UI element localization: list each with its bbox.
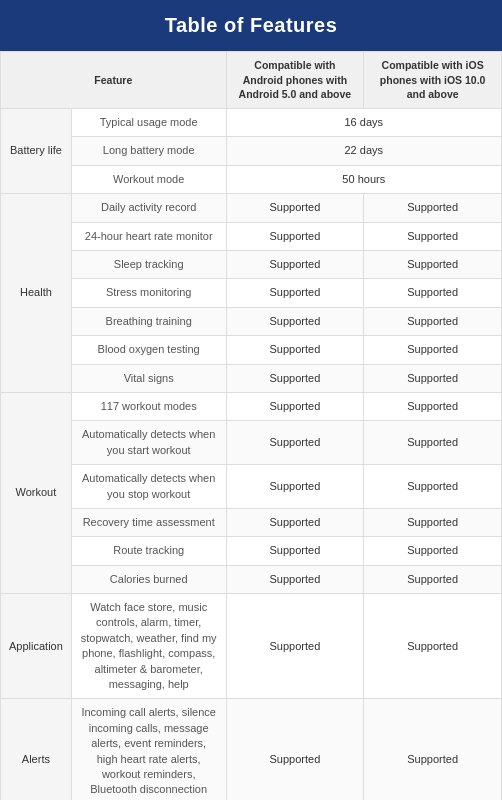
- feature-sub-cell: Recovery time assessment: [71, 508, 226, 536]
- table-row: Automatically detects when you start wor…: [1, 421, 502, 465]
- ios-value-cell: Supported: [364, 537, 502, 565]
- android-value-cell: Supported: [226, 364, 364, 392]
- table-row: Long battery mode22 days: [1, 137, 502, 165]
- android-value-cell: Supported: [226, 222, 364, 250]
- feature-sub-cell: Route tracking: [71, 537, 226, 565]
- table-row: Calories burnedSupportedSupported: [1, 565, 502, 593]
- android-value-cell: 50 hours: [226, 165, 501, 193]
- table-row: Vital signsSupportedSupported: [1, 364, 502, 392]
- ios-value-cell: Supported: [364, 336, 502, 364]
- table-row: HealthDaily activity recordSupportedSupp…: [1, 194, 502, 222]
- android-value-cell: Supported: [226, 537, 364, 565]
- android-value-cell: Supported: [226, 307, 364, 335]
- ios-value-cell: Supported: [364, 508, 502, 536]
- table-row: 24-hour heart rate monitorSupportedSuppo…: [1, 222, 502, 250]
- android-value-cell: Supported: [226, 194, 364, 222]
- android-value-cell: Supported: [226, 508, 364, 536]
- android-value-cell: Supported: [226, 565, 364, 593]
- table-row: Workout117 workout modesSupportedSupport…: [1, 392, 502, 420]
- feature-sub-cell: 24-hour heart rate monitor: [71, 222, 226, 250]
- feature-sub-cell: Blood oxygen testing: [71, 336, 226, 364]
- feature-sub-cell: Daily activity record: [71, 194, 226, 222]
- feature-sub-cell: Incoming call alerts, silence incoming c…: [71, 699, 226, 800]
- ios-value-cell: Supported: [364, 565, 502, 593]
- feature-sub-cell: Breathing training: [71, 307, 226, 335]
- table-row: Battery lifeTypical usage mode16 days: [1, 109, 502, 137]
- feature-sub-cell: Calories burned: [71, 565, 226, 593]
- table-row: Automatically detects when you stop work…: [1, 465, 502, 509]
- feature-sub-cell: Automatically detects when you start wor…: [71, 421, 226, 465]
- table-row: Blood oxygen testingSupportedSupported: [1, 336, 502, 364]
- ios-value-cell: Supported: [364, 392, 502, 420]
- table-row: Breathing trainingSupportedSupported: [1, 307, 502, 335]
- android-value-cell: Supported: [226, 421, 364, 465]
- feature-sub-cell: Sleep tracking: [71, 251, 226, 279]
- ios-value-cell: Supported: [364, 364, 502, 392]
- feature-sub-cell: Vital signs: [71, 364, 226, 392]
- category-cell: Application: [1, 594, 72, 699]
- feature-sub-cell: Automatically detects when you stop work…: [71, 465, 226, 509]
- feature-sub-cell: Stress monitoring: [71, 279, 226, 307]
- android-value-cell: 16 days: [226, 109, 501, 137]
- feature-col-header: Feature: [1, 52, 227, 109]
- ios-value-cell: Supported: [364, 421, 502, 465]
- feature-sub-cell: Watch face store, music controls, alarm,…: [71, 594, 226, 699]
- feature-sub-cell: Typical usage mode: [71, 109, 226, 137]
- android-value-cell: Supported: [226, 699, 364, 800]
- ios-value-cell: Supported: [364, 222, 502, 250]
- android-value-cell: Supported: [226, 392, 364, 420]
- table-row: Workout mode50 hours: [1, 165, 502, 193]
- table-row: Route trackingSupportedSupported: [1, 537, 502, 565]
- category-cell: Health: [1, 194, 72, 393]
- page-header: Table of Features: [0, 0, 502, 51]
- header-title: Table of Features: [165, 14, 338, 36]
- feature-sub-cell: Workout mode: [71, 165, 226, 193]
- ios-value-cell: Supported: [364, 307, 502, 335]
- android-value-cell: Supported: [226, 279, 364, 307]
- android-value-cell: Supported: [226, 465, 364, 509]
- feature-sub-cell: Long battery mode: [71, 137, 226, 165]
- category-cell: Battery life: [1, 109, 72, 194]
- ios-col-header: Compatible with iOS phones with iOS 10.0…: [364, 52, 502, 109]
- table-row: AlertsIncoming call alerts, silence inco…: [1, 699, 502, 800]
- category-cell: Workout: [1, 392, 72, 593]
- android-col-header: Compatible with Android phones with Andr…: [226, 52, 364, 109]
- ios-value-cell: Supported: [364, 465, 502, 509]
- android-value-cell: 22 days: [226, 137, 501, 165]
- android-value-cell: Supported: [226, 336, 364, 364]
- table-row: Stress monitoringSupportedSupported: [1, 279, 502, 307]
- ios-value-cell: Supported: [364, 699, 502, 800]
- table-row: Recovery time assessmentSupportedSupport…: [1, 508, 502, 536]
- android-value-cell: Supported: [226, 251, 364, 279]
- ios-value-cell: Supported: [364, 194, 502, 222]
- feature-sub-cell: 117 workout modes: [71, 392, 226, 420]
- table-row: Sleep trackingSupportedSupported: [1, 251, 502, 279]
- ios-value-cell: Supported: [364, 594, 502, 699]
- table-row: ApplicationWatch face store, music contr…: [1, 594, 502, 699]
- ios-value-cell: Supported: [364, 251, 502, 279]
- android-value-cell: Supported: [226, 594, 364, 699]
- category-cell: Alerts: [1, 699, 72, 800]
- ios-value-cell: Supported: [364, 279, 502, 307]
- features-table: Feature Compatible with Android phones w…: [0, 51, 502, 800]
